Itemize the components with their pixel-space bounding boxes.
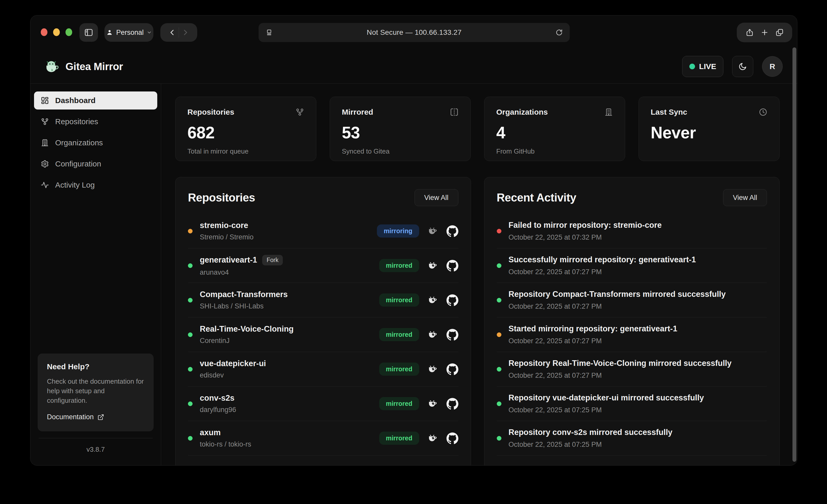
repo-row[interactable]: Real-Time-Voice-Cloning CorentinJ mirror… xyxy=(188,317,458,352)
repo-row[interactable]: generativeart-1 Fork arunavo4 mirrored xyxy=(188,248,458,283)
sidebar-item-label: Organizations xyxy=(55,138,103,147)
activity-title: Repository conv-s2s mirrored successfull… xyxy=(508,428,673,437)
repo-name: axum xyxy=(200,428,221,437)
github-icon[interactable] xyxy=(446,329,458,341)
activity-row[interactable]: Repository conv-s2s mirrored successfull… xyxy=(497,421,767,456)
activity-timestamp: October 22, 2025 at 07:27 PM xyxy=(508,268,696,276)
sidebar-item-activity-log[interactable]: Activity Log xyxy=(34,176,157,194)
reload-icon[interactable] xyxy=(555,29,563,36)
activity-timestamp: October 22, 2025 at 07:25 PM xyxy=(508,441,673,449)
repo-status-badge: mirrored xyxy=(379,294,419,307)
gitea-mug-icon[interactable] xyxy=(427,364,438,375)
sidebar-divider xyxy=(39,438,153,438)
browser-window: Personal Not Secure — 100.66.133.27 xyxy=(31,15,797,465)
gitea-mug-icon[interactable] xyxy=(427,329,438,340)
repo-row[interactable]: Compact-Transformers SHI-Labs / SHI-Labs… xyxy=(188,283,458,317)
repo-status-badge: mirroring xyxy=(377,224,419,238)
theme-toggle-button[interactable] xyxy=(732,56,753,77)
browser-chrome: Personal Not Secure — 100.66.133.27 xyxy=(31,15,797,49)
forward-icon[interactable] xyxy=(182,29,189,36)
gitea-mug-icon[interactable] xyxy=(427,260,438,271)
app-header: Gitea Mirror LIVE R xyxy=(31,49,797,84)
view-all-activity-button[interactable]: View All xyxy=(723,189,767,206)
gitea-mug-icon[interactable] xyxy=(427,226,438,237)
new-tab-icon[interactable] xyxy=(761,28,769,37)
stat-value: 4 xyxy=(496,123,613,142)
view-all-label: View All xyxy=(424,194,448,202)
activity-timestamp: October 22, 2025 at 07:32 PM xyxy=(508,234,662,242)
sidebar-item-label: Repositories xyxy=(55,117,98,126)
zoom-window-icon[interactable] xyxy=(65,28,72,36)
status-dot xyxy=(188,263,193,268)
github-icon[interactable] xyxy=(446,294,458,306)
recent-activity-panel: Recent Activity View All Failed to mirro… xyxy=(484,177,780,465)
help-body: Check out the documentation for help wit… xyxy=(47,377,144,405)
chevron-down-icon xyxy=(147,30,152,35)
repo-name: Real-Time-Voice-Cloning xyxy=(200,324,294,334)
repo-row[interactable]: conv-s2s darylfung96 mirrored xyxy=(188,387,458,421)
sidebar: Dashboard Repositories O xyxy=(31,84,161,465)
page-scrollbar[interactable] xyxy=(792,47,796,462)
github-icon[interactable] xyxy=(446,363,458,375)
github-icon[interactable] xyxy=(446,398,458,410)
stat-subtext: From GitHub xyxy=(496,147,613,155)
live-status-button[interactable]: LIVE xyxy=(682,56,723,77)
live-label: LIVE xyxy=(699,62,716,71)
git-fork-icon xyxy=(41,117,49,126)
view-all-repositories-button[interactable]: View All xyxy=(415,189,458,206)
repo-owner: CorentinJ xyxy=(200,337,294,345)
avatar[interactable]: R xyxy=(762,56,783,77)
live-dot-icon xyxy=(689,64,695,69)
activity-row[interactable]: Repository Real-Time-Voice-Cloning mirro… xyxy=(497,352,767,387)
profile-label: Personal xyxy=(116,29,144,37)
minimize-window-icon[interactable] xyxy=(53,28,60,36)
stat-label: Mirrored xyxy=(342,108,373,116)
profile-switcher[interactable]: Personal xyxy=(104,23,153,42)
sidebar-toggle-button[interactable] xyxy=(80,23,98,42)
page-format-icon[interactable] xyxy=(265,29,273,36)
repo-row[interactable]: stremio-core Stremio / Stremio mirroring xyxy=(188,214,458,248)
close-window-icon[interactable] xyxy=(41,28,47,36)
stat-card-repositories: Repositories 682 Total in mirror queue xyxy=(175,97,316,161)
activity-row[interactable]: Successfully mirrored repository: genera… xyxy=(497,248,767,283)
github-icon[interactable] xyxy=(446,260,458,271)
back-icon[interactable] xyxy=(168,29,176,36)
repo-row[interactable]: vue-datepicker-ui edisdev mirrored xyxy=(188,352,458,387)
activity-row[interactable]: Repository Compact-Transformers mirrored… xyxy=(497,283,767,317)
activity-pulse-icon xyxy=(41,181,49,189)
sidebar-item-configuration[interactable]: Configuration xyxy=(34,155,157,173)
gitea-mug-icon[interactable] xyxy=(427,295,438,306)
gitea-mug-icon[interactable] xyxy=(427,398,438,409)
activity-row[interactable]: Failed to mirror repository: stremio-cor… xyxy=(497,214,767,248)
status-dot xyxy=(497,333,501,337)
gitea-mug-icon[interactable] xyxy=(427,433,438,444)
status-dot xyxy=(497,298,501,303)
sidebar-item-organizations[interactable]: Organizations xyxy=(34,134,157,152)
repo-owner: edisdev xyxy=(200,371,266,379)
repo-status-badge: mirrored xyxy=(379,397,419,410)
github-icon[interactable] xyxy=(446,433,458,444)
tab-overview-icon[interactable] xyxy=(775,28,784,37)
share-icon[interactable] xyxy=(745,28,754,37)
main-content: Repositories 682 Total in mirror queue xyxy=(161,84,797,465)
status-dot xyxy=(497,367,501,371)
sidebar-item-dashboard[interactable]: Dashboard xyxy=(34,92,157,109)
stat-card-mirrored: Mirrored 53 Synced to Gitea xyxy=(330,97,471,161)
sidebar-item-repositories[interactable]: Repositories xyxy=(34,113,157,131)
traffic-lights xyxy=(41,28,72,36)
activity-row[interactable]: Started mirroring repository: generative… xyxy=(497,317,767,352)
status-dot xyxy=(188,367,193,371)
repo-name: vue-datepicker-ui xyxy=(200,359,266,368)
activity-title: Repository Compact-Transformers mirrored… xyxy=(508,290,726,299)
github-icon[interactable] xyxy=(446,225,458,237)
mirror-icon xyxy=(450,108,458,116)
clock-icon xyxy=(759,108,768,116)
activity-row[interactable]: Repository vue-datepicker-ui mirrored su… xyxy=(497,387,767,421)
status-dot xyxy=(188,333,193,337)
address-bar[interactable]: Not Secure — 100.66.133.27 xyxy=(258,23,570,42)
repo-row[interactable]: axum tokio-rs / tokio-rs mirrored xyxy=(188,421,458,456)
status-dot xyxy=(188,229,193,234)
git-fork-icon xyxy=(295,108,304,116)
help-card: Need Help? Check out the documentation f… xyxy=(38,354,154,431)
documentation-link[interactable]: Documentation xyxy=(47,413,104,421)
